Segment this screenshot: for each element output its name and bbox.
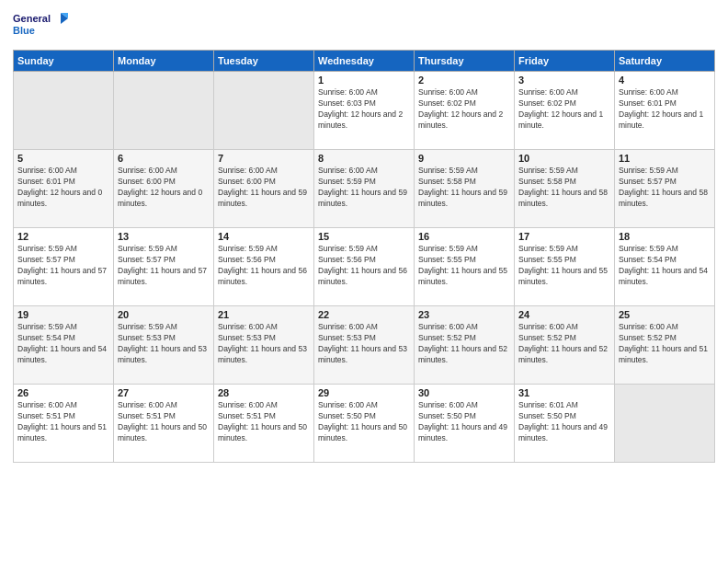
calendar-cell: 2Sunrise: 6:00 AMSunset: 6:02 PMDaylight… <box>415 72 515 150</box>
calendar-cell: 13Sunrise: 5:59 AMSunset: 5:57 PMDayligh… <box>114 228 214 306</box>
calendar-table: SundayMondayTuesdayWednesdayThursdayFrid… <box>13 50 715 463</box>
day-number: 16 <box>418 231 510 242</box>
day-info: Sunrise: 6:00 AMSunset: 5:52 PMDaylight:… <box>619 322 711 366</box>
day-number: 6 <box>118 153 210 164</box>
day-info: Sunrise: 6:00 AMSunset: 5:51 PMDaylight:… <box>218 400 310 444</box>
page-header: General Blue <box>13 9 715 42</box>
calendar-cell: 3Sunrise: 6:00 AMSunset: 6:02 PMDaylight… <box>515 72 615 150</box>
calendar-cell: 12Sunrise: 5:59 AMSunset: 5:57 PMDayligh… <box>14 228 114 306</box>
day-number: 20 <box>118 309 210 320</box>
calendar-cell: 14Sunrise: 5:59 AMSunset: 5:56 PMDayligh… <box>214 228 314 306</box>
calendar-cell <box>14 72 114 150</box>
calendar-cell: 15Sunrise: 5:59 AMSunset: 5:56 PMDayligh… <box>314 228 415 306</box>
weekday-header-wednesday: Wednesday <box>314 51 415 72</box>
day-info: Sunrise: 6:00 AMSunset: 6:01 PMDaylight:… <box>17 166 109 210</box>
calendar-cell: 16Sunrise: 5:59 AMSunset: 5:55 PMDayligh… <box>415 228 515 306</box>
day-number: 10 <box>518 153 610 164</box>
day-number: 25 <box>619 309 711 320</box>
week-row-5: 26Sunrise: 6:00 AMSunset: 5:51 PMDayligh… <box>14 385 715 463</box>
calendar-cell: 7Sunrise: 6:00 AMSunset: 6:00 PMDaylight… <box>214 150 314 228</box>
calendar-cell <box>615 385 715 463</box>
day-info: Sunrise: 6:00 AMSunset: 6:02 PMDaylight:… <box>518 87 610 132</box>
day-info: Sunrise: 6:00 AMSunset: 5:50 PMDaylight:… <box>418 400 510 444</box>
day-info: Sunrise: 5:59 AMSunset: 5:57 PMDaylight:… <box>118 244 210 288</box>
day-number: 14 <box>218 231 310 242</box>
weekday-header-row: SundayMondayTuesdayWednesdayThursdayFrid… <box>14 51 715 72</box>
calendar-cell: 28Sunrise: 6:00 AMSunset: 5:51 PMDayligh… <box>214 385 314 463</box>
calendar-cell: 22Sunrise: 6:00 AMSunset: 5:53 PMDayligh… <box>314 306 415 385</box>
calendar-cell: 27Sunrise: 6:00 AMSunset: 5:51 PMDayligh… <box>114 385 214 463</box>
day-number: 18 <box>619 231 711 242</box>
calendar-cell: 1Sunrise: 6:00 AMSunset: 6:03 PMDaylight… <box>314 72 415 150</box>
weekday-header-thursday: Thursday <box>415 51 515 72</box>
day-info: Sunrise: 5:59 AMSunset: 5:54 PMDaylight:… <box>17 322 109 366</box>
page-container: General Blue SundayMondayTuesdayWednesda… <box>0 0 728 563</box>
day-info: Sunrise: 5:59 AMSunset: 5:57 PMDaylight:… <box>17 244 109 288</box>
day-info: Sunrise: 6:00 AMSunset: 6:01 PMDaylight:… <box>619 87 711 132</box>
calendar-cell: 9Sunrise: 5:59 AMSunset: 5:58 PMDaylight… <box>415 150 515 228</box>
day-info: Sunrise: 5:59 AMSunset: 5:57 PMDaylight:… <box>619 166 711 210</box>
day-number: 4 <box>619 75 711 86</box>
weekday-header-tuesday: Tuesday <box>214 51 314 72</box>
logo-svg: General Blue <box>13 9 68 42</box>
day-number: 22 <box>318 309 410 320</box>
day-info: Sunrise: 6:00 AMSunset: 6:03 PMDaylight:… <box>318 87 410 132</box>
calendar-cell: 25Sunrise: 6:00 AMSunset: 5:52 PMDayligh… <box>615 306 715 385</box>
calendar-cell: 29Sunrise: 6:00 AMSunset: 5:50 PMDayligh… <box>314 385 415 463</box>
day-number: 3 <box>518 75 610 86</box>
logo: General Blue <box>13 9 68 42</box>
day-info: Sunrise: 6:00 AMSunset: 6:00 PMDaylight:… <box>118 166 210 210</box>
svg-text:Blue: Blue <box>13 25 35 36</box>
day-info: Sunrise: 6:00 AMSunset: 5:53 PMDaylight:… <box>218 322 310 366</box>
day-number: 15 <box>318 231 410 242</box>
calendar-cell: 10Sunrise: 5:59 AMSunset: 5:58 PMDayligh… <box>515 150 615 228</box>
day-info: Sunrise: 5:59 AMSunset: 5:55 PMDaylight:… <box>418 244 510 288</box>
day-info: Sunrise: 6:00 AMSunset: 5:52 PMDaylight:… <box>418 322 510 366</box>
calendar-cell: 23Sunrise: 6:00 AMSunset: 5:52 PMDayligh… <box>415 306 515 385</box>
day-info: Sunrise: 6:00 AMSunset: 5:59 PMDaylight:… <box>318 166 410 210</box>
day-number: 13 <box>118 231 210 242</box>
day-number: 23 <box>418 309 510 320</box>
weekday-header-monday: Monday <box>114 51 214 72</box>
day-number: 2 <box>418 75 510 86</box>
calendar-cell: 30Sunrise: 6:00 AMSunset: 5:50 PMDayligh… <box>415 385 515 463</box>
calendar-cell: 6Sunrise: 6:00 AMSunset: 6:00 PMDaylight… <box>114 150 214 228</box>
calendar-cell: 20Sunrise: 5:59 AMSunset: 5:53 PMDayligh… <box>114 306 214 385</box>
day-info: Sunrise: 5:59 AMSunset: 5:58 PMDaylight:… <box>418 166 510 210</box>
day-number: 30 <box>418 387 510 398</box>
day-number: 8 <box>318 153 410 164</box>
week-row-4: 19Sunrise: 5:59 AMSunset: 5:54 PMDayligh… <box>14 306 715 385</box>
day-number: 1 <box>318 75 410 86</box>
calendar-cell: 8Sunrise: 6:00 AMSunset: 5:59 PMDaylight… <box>314 150 415 228</box>
day-info: Sunrise: 5:59 AMSunset: 5:56 PMDaylight:… <box>218 244 310 288</box>
weekday-header-friday: Friday <box>515 51 615 72</box>
week-row-3: 12Sunrise: 5:59 AMSunset: 5:57 PMDayligh… <box>14 228 715 306</box>
day-number: 29 <box>318 387 410 398</box>
weekday-header-sunday: Sunday <box>14 51 114 72</box>
calendar-cell: 26Sunrise: 6:00 AMSunset: 5:51 PMDayligh… <box>14 385 114 463</box>
calendar-cell: 19Sunrise: 5:59 AMSunset: 5:54 PMDayligh… <box>14 306 114 385</box>
calendar-cell: 24Sunrise: 6:00 AMSunset: 5:52 PMDayligh… <box>515 306 615 385</box>
calendar-cell <box>214 72 314 150</box>
calendar-cell: 31Sunrise: 6:01 AMSunset: 5:50 PMDayligh… <box>515 385 615 463</box>
day-number: 7 <box>218 153 310 164</box>
day-info: Sunrise: 6:00 AMSunset: 5:51 PMDaylight:… <box>17 400 109 444</box>
day-info: Sunrise: 5:59 AMSunset: 5:53 PMDaylight:… <box>118 322 210 366</box>
day-info: Sunrise: 5:59 AMSunset: 5:55 PMDaylight:… <box>518 244 610 288</box>
day-info: Sunrise: 5:59 AMSunset: 5:58 PMDaylight:… <box>518 166 610 210</box>
day-number: 19 <box>17 309 109 320</box>
day-number: 28 <box>218 387 310 398</box>
week-row-2: 5Sunrise: 6:00 AMSunset: 6:01 PMDaylight… <box>14 150 715 228</box>
calendar-cell: 11Sunrise: 5:59 AMSunset: 5:57 PMDayligh… <box>615 150 715 228</box>
day-info: Sunrise: 6:00 AMSunset: 5:52 PMDaylight:… <box>518 322 610 366</box>
day-info: Sunrise: 5:59 AMSunset: 5:56 PMDaylight:… <box>318 244 410 288</box>
calendar-cell: 17Sunrise: 5:59 AMSunset: 5:55 PMDayligh… <box>515 228 615 306</box>
day-number: 5 <box>17 153 109 164</box>
day-number: 9 <box>418 153 510 164</box>
day-number: 27 <box>118 387 210 398</box>
day-info: Sunrise: 6:00 AMSunset: 5:50 PMDaylight:… <box>318 400 410 444</box>
day-info: Sunrise: 5:59 AMSunset: 5:54 PMDaylight:… <box>619 244 711 288</box>
week-row-1: 1Sunrise: 6:00 AMSunset: 6:03 PMDaylight… <box>14 72 715 150</box>
day-number: 21 <box>218 309 310 320</box>
day-info: Sunrise: 6:00 AMSunset: 6:02 PMDaylight:… <box>418 87 510 132</box>
